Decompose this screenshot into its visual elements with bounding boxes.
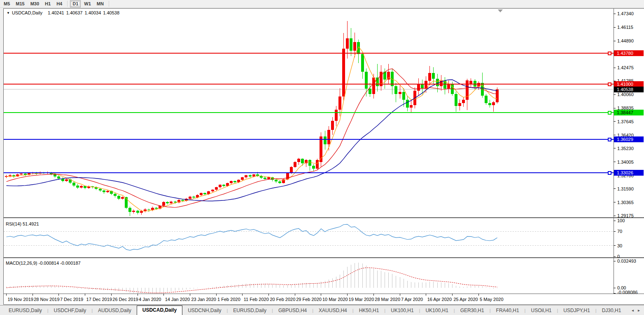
time-axis-label: 16 Apr 2020 [427, 297, 452, 302]
svg-text:1.44890: 1.44890 [617, 38, 634, 43]
toolbar-separator [67, 1, 68, 7]
chart-tab-fra40-h1[interactable]: FRA40,H1 [491, 306, 525, 315]
chart-tab-usdjpy-h1[interactable]: USDJPY,H1 [558, 306, 595, 315]
svg-text:1.38447: 1.38447 [617, 110, 633, 115]
hline-handle[interactable] [608, 138, 611, 141]
timeframe-button-m5[interactable]: M5 [1, 0, 12, 7]
ohlc-low: 1.40034 [84, 10, 101, 15]
chart-tab-xauusd-h4[interactable]: XAUUSD,H4 [313, 306, 352, 315]
svg-text:1.41000: 1.41000 [617, 82, 633, 87]
rsi-indicator-label: RSI(14) 51.4921 [6, 221, 39, 226]
chart-tab-bar: EURUSD,Daily|USDCHF,Daily|AUDUSD,DailyUS… [0, 305, 644, 315]
chart-tab-uk100-h1[interactable]: UK100,H1 [385, 306, 419, 315]
chart-window: 1.473401.461151.448901.436651.424751.412… [0, 8, 644, 305]
timeframe-button-h1[interactable]: H1 [42, 0, 53, 7]
time-axis-label: 19 Mar 2020 [349, 297, 374, 302]
time-axis-label: 4 Jan 2020 [139, 297, 161, 302]
timeframe-button-w1[interactable]: W1 [82, 0, 93, 7]
timeframe-button-d1[interactable]: D1 [70, 0, 81, 7]
macd-axis-tick: -0.008086 [617, 290, 638, 295]
svg-text:1.35230: 1.35230 [617, 146, 634, 151]
time-axis-label: 14 Jan 2020 [165, 297, 190, 302]
svg-text:1.36029: 1.36029 [617, 137, 633, 142]
time-axis-label: 23 Jan 2020 [191, 297, 216, 302]
time-axis-label: 29 Feb 2020 [296, 297, 322, 302]
time-axis-label: 20 Feb 2020 [270, 297, 296, 302]
rsi-axis-tick: 100 [617, 218, 625, 223]
chart-tab-gbpusd-h4[interactable]: GBPUSD,H4 [273, 306, 312, 315]
time-axis-label: 28 Mar 2020 [375, 297, 400, 302]
chart-tab-audusd-daily[interactable]: AUDUSD,Daily [93, 306, 137, 315]
price-badge-1.36029: 1.36029 [614, 136, 644, 142]
rsi-axis-tick: 30 [617, 243, 622, 248]
chart-tab-usdchf-daily[interactable]: USDCHF,Daily [49, 306, 92, 315]
time-axis-label: 25 Apr 2020 [453, 297, 478, 302]
time-axis-label: 5 May 2020 [480, 297, 503, 302]
tabs-scroll-left-button[interactable]: ◂ [632, 308, 634, 313]
ohlc-close: 1.40538 [103, 10, 119, 15]
chart-tab-usdcad-daily[interactable]: USDCAD,Daily [137, 306, 182, 315]
tabs-scroll-right-button[interactable]: ▸ [638, 308, 640, 313]
timeframe-button-m15[interactable]: M15 [13, 0, 27, 7]
chart-tab-usdcnh-daily[interactable]: USDCNH,Daily [182, 306, 226, 315]
price-badge-1.41000: 1.41000 [614, 81, 644, 87]
ohlc-high: 1.40637 [66, 10, 83, 15]
svg-text:1.30365: 1.30365 [617, 200, 634, 205]
macd-axis-tick: 0.032493 [617, 259, 636, 263]
ohlc-open: 1.40241 [48, 10, 64, 15]
chart-tab-usoil-h1[interactable]: USOil,H1 [525, 306, 557, 315]
svg-text:1.40538: 1.40538 [617, 87, 633, 92]
svg-text:1.43780: 1.43780 [617, 51, 633, 56]
hline-handle[interactable] [608, 83, 611, 86]
chart-canvas[interactable]: 1.473401.461151.448901.436651.424751.412… [0, 8, 644, 305]
svg-text:1.47340: 1.47340 [617, 11, 634, 16]
chart-tab-eurusd-daily[interactable]: EURUSD,Daily [228, 306, 272, 315]
time-axis-label: 10 Mar 2020 [322, 297, 348, 302]
hline-handle[interactable] [608, 52, 611, 55]
svg-text:1.31590: 1.31590 [617, 186, 634, 191]
chart-tab-eurusd-daily[interactable]: EURUSD,Daily [3, 306, 47, 315]
chart-tab-uk100-h1[interactable]: UK100,H1 [420, 306, 453, 315]
svg-text:1.34005: 1.34005 [617, 160, 634, 165]
svg-text:1.46115: 1.46115 [617, 25, 633, 30]
macd-indicator-label: MACD(12,26,9) -0.000814 -0.000187 [6, 261, 81, 266]
time-axis-label: 7 Dec 2019 [60, 297, 83, 302]
chart-title-bar: ▼USDCAD,Daily 1.402411.406371.400341.405… [7, 10, 119, 15]
time-axis-label: 11 Feb 2020 [244, 297, 269, 302]
time-axis-label: 19 Nov 2019 [8, 297, 33, 302]
chart-tab-dj30-h1[interactable]: DJ30,H1 [597, 306, 627, 315]
time-axis-label: 7 Apr 2020 [401, 297, 423, 302]
time-axis-label: 17 Dec 2019 [86, 297, 112, 302]
svg-text:1.29175: 1.29175 [617, 213, 634, 218]
hline-handle[interactable] [608, 111, 611, 114]
price-badge-1.38447: 1.38447 [614, 110, 644, 115]
chevron-down-icon[interactable]: ▼ [7, 11, 10, 15]
time-axis-label: 1 Feb 2020 [217, 297, 240, 302]
price-badge-1.33026: 1.33026 [614, 170, 644, 176]
price-badge-1.43780: 1.43780 [614, 50, 644, 56]
timeframe-button-h4[interactable]: H4 [54, 0, 65, 7]
timeframe-button-mn[interactable]: MN [94, 0, 106, 7]
svg-text:1.40060: 1.40060 [617, 92, 634, 97]
chart-tab-hk50-h1[interactable]: HK50,H1 [354, 306, 385, 315]
svg-text:1.42475: 1.42475 [617, 65, 634, 70]
chart-tab-ger30-h1[interactable]: GER30,H1 [455, 306, 490, 315]
current-price-badge: 1.40538 [614, 87, 644, 92]
time-axis-label: 26 Dec 2019 [112, 297, 138, 302]
timeframe-button-m30[interactable]: M30 [28, 0, 42, 7]
rsi-axis-tick: 70 [617, 229, 622, 234]
svg-text:1.33026: 1.33026 [617, 170, 633, 175]
toolbar-separator [109, 1, 109, 7]
svg-text:1.37645: 1.37645 [617, 119, 634, 124]
chart-symbol-title: USDCAD,Daily [12, 10, 42, 15]
hline-handle[interactable] [608, 172, 611, 174]
timeframe-toolbar: M5M15M30H1H4D1W1MN [0, 0, 644, 8]
time-axis-label: 28 Nov 2019 [34, 297, 59, 302]
